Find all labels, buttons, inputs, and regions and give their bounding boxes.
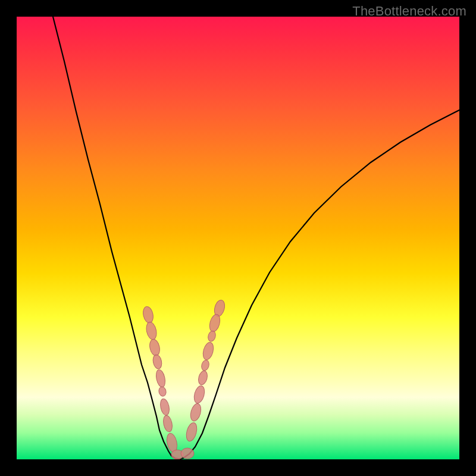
bead [181, 448, 194, 459]
watermark-text: TheBottleneck.com [352, 4, 466, 19]
bead [155, 369, 167, 388]
bead [145, 321, 158, 341]
bead [192, 384, 206, 404]
bead [148, 339, 161, 357]
data-beads [142, 299, 226, 459]
chart-overlay [17, 17, 459, 459]
bead [159, 398, 171, 416]
bead [207, 330, 217, 342]
bead [184, 421, 199, 442]
bead [201, 359, 210, 371]
bead [158, 386, 167, 397]
bead [201, 341, 215, 361]
bead [197, 370, 209, 386]
bead [189, 402, 202, 422]
right-curve [179, 110, 459, 459]
bead [152, 354, 163, 369]
bead [142, 306, 154, 324]
chart-frame: TheBottleneck.com [0, 0, 476, 476]
bead [162, 415, 174, 433]
